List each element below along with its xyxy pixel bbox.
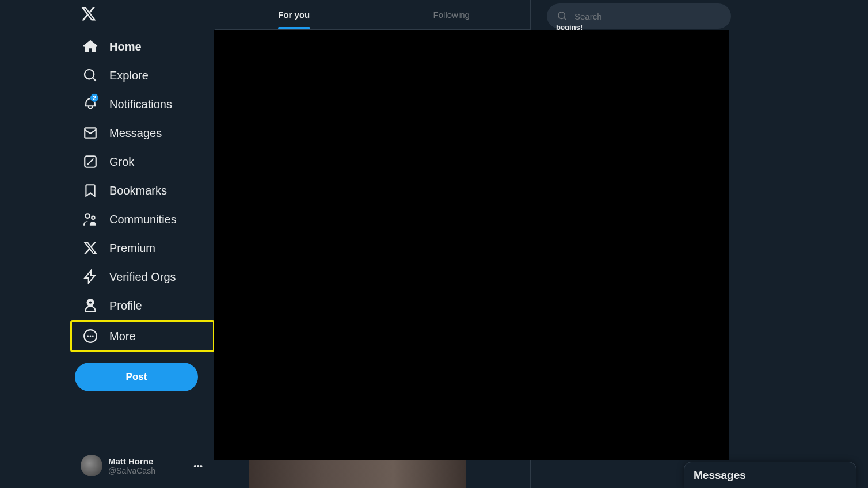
mail-icon (83, 125, 98, 140)
timeline-tabs: For you Following (215, 0, 530, 30)
svg-point-5 (92, 336, 94, 337)
account-handle: @SalvaCash (108, 466, 188, 475)
post-image-preview (249, 460, 466, 488)
notification-badge: 2 (90, 93, 99, 102)
nav-verified-orgs[interactable]: Verified Orgs (75, 262, 184, 291)
nav-explore[interactable]: Explore (75, 61, 157, 90)
messages-drawer-title: Messages (694, 469, 746, 482)
nav-profile[interactable]: Profile (75, 291, 150, 320)
more-highlight: More (70, 320, 215, 352)
nav-label: Premium (109, 242, 155, 255)
nav-communities[interactable]: Communities (75, 205, 185, 234)
tab-label: For you (278, 10, 310, 20)
account-name: Matt Horne (108, 456, 188, 466)
nav-label: Explore (109, 69, 149, 82)
nav-notifications[interactable]: 2 Notifications (75, 90, 180, 119)
nav-label: Notifications (109, 98, 172, 111)
tab-following[interactable]: Following (373, 0, 531, 29)
nav-label: Profile (109, 299, 142, 312)
tab-for-you[interactable]: For you (215, 0, 373, 29)
bookmark-icon (83, 183, 98, 198)
search-icon (83, 68, 98, 83)
ellipsis-icon: ••• (193, 461, 203, 471)
lightning-icon (83, 269, 98, 284)
home-icon (83, 39, 98, 54)
avatar (81, 455, 102, 476)
account-text: Matt Horne @SalvaCash (108, 456, 188, 475)
nav-label: Grok (109, 155, 134, 169)
svg-point-4 (90, 336, 92, 337)
x-logo[interactable] (75, 0, 215, 29)
content-overlay (214, 30, 729, 460)
nav-messages[interactable]: Messages (75, 119, 170, 147)
profile-icon (83, 298, 98, 313)
nav-home[interactable]: Home (75, 32, 150, 61)
search-icon (557, 11, 568, 21)
svg-line-1 (87, 159, 94, 165)
nav-label: Communities (109, 213, 177, 226)
nav-bookmarks[interactable]: Bookmarks (75, 176, 175, 205)
search-input[interactable] (574, 12, 721, 21)
post-button-label: Post (126, 371, 147, 383)
nav-grok[interactable]: Grok (75, 147, 142, 176)
x-icon (83, 241, 98, 256)
nav-label: Messages (109, 127, 162, 140)
svg-point-3 (87, 336, 89, 337)
post-button[interactable]: Post (75, 363, 198, 391)
tab-label: Following (433, 10, 470, 20)
nav-premium[interactable]: Premium (75, 234, 163, 262)
left-sidebar: Home Explore 2 Notifications Messages Gr… (0, 0, 215, 488)
nav-label: Bookmarks (109, 184, 167, 197)
account-switcher[interactable]: Matt Horne @SalvaCash ••• (75, 450, 208, 481)
nav-more[interactable]: More (75, 322, 144, 350)
nav-label: Verified Orgs (109, 270, 176, 284)
more-icon (83, 329, 98, 344)
nav-label: More (109, 330, 136, 343)
nav-list: Home Explore 2 Notifications Messages Gr… (75, 32, 215, 352)
nav-label: Home (109, 40, 142, 54)
communities-icon (83, 212, 98, 227)
messages-drawer[interactable]: Messages (684, 462, 856, 488)
grok-icon (83, 154, 98, 169)
